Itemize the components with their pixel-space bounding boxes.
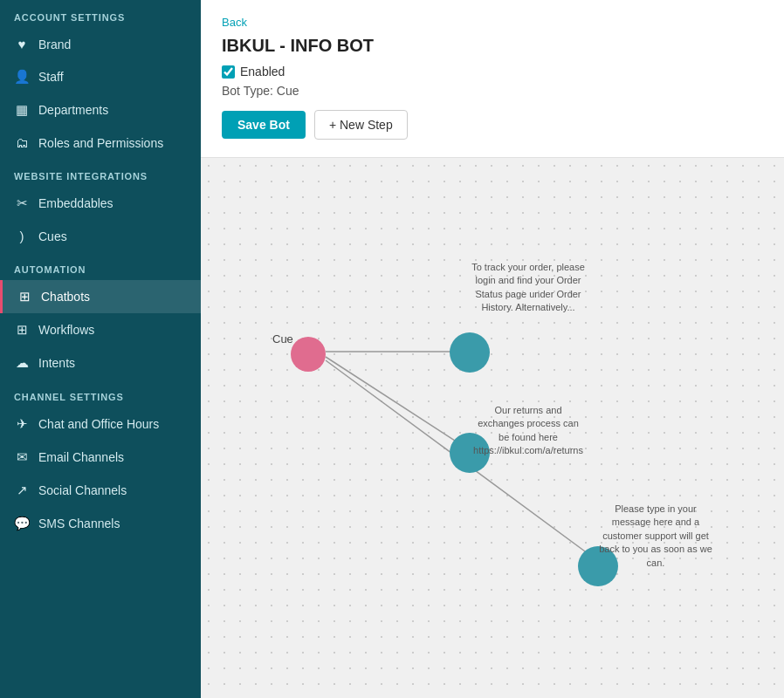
sidebar-section-header: WEBSITE INTEGRATIONS	[0, 159, 201, 187]
page-title: IBKUL - INFO BOT	[222, 36, 763, 56]
svg-line-2	[326, 357, 470, 450]
sidebar-item-social-channels[interactable]: ↗Social Channels	[0, 474, 201, 507]
sidebar-item-staff[interactable]: 👤Staff	[0, 60, 201, 93]
sidebar-item-label-roles-permissions: Roles and Permissions	[38, 136, 163, 150]
sidebar: ACCOUNT SETTINGS♥Brand👤Staff▦Departments…	[0, 0, 201, 698]
top-panel: Back IBKUL - INFO BOT Enabled Bot Type: …	[201, 0, 784, 158]
node-3-label: Please type in your message here and a c…	[599, 503, 712, 570]
bot-type: Bot Type: Cue	[222, 84, 763, 98]
sidebar-item-label-cues: Cues	[38, 229, 67, 243]
intents-icon: ☁	[14, 355, 30, 371]
flow-canvas: Cue To track your order, please login an…	[201, 158, 784, 698]
enabled-checkbox[interactable]	[222, 65, 235, 79]
sidebar-item-cues[interactable]: )Cues	[0, 220, 201, 252]
sidebar-item-label-chat-office-hours: Chat and Office Hours	[38, 417, 159, 431]
flow-node-1[interactable]	[450, 332, 490, 373]
staff-icon: 👤	[14, 69, 30, 85]
sidebar-item-label-embeddables: Embeddables	[38, 196, 113, 210]
email-channels-icon: ✉	[14, 449, 30, 465]
sidebar-item-embeddables[interactable]: ✂Embeddables	[0, 187, 201, 220]
sidebar-item-departments[interactable]: ▦Departments	[0, 93, 201, 127]
sidebar-item-label-departments: Departments	[38, 103, 108, 117]
node-2-label: Our returns and exchanges process can be…	[471, 404, 585, 458]
cue-start-node[interactable]	[291, 337, 326, 372]
sidebar-item-label-email-channels: Email Channels	[38, 450, 124, 464]
sidebar-item-chat-office-hours[interactable]: ✈Chat and Office Hours	[0, 407, 201, 441]
workflows-icon: ⊞	[14, 322, 30, 338]
main-content: Back IBKUL - INFO BOT Enabled Bot Type: …	[201, 0, 784, 698]
sidebar-section-header: AUTOMATION	[0, 252, 201, 280]
sidebar-item-label-staff: Staff	[38, 70, 64, 84]
cue-start-label: Cue	[272, 332, 293, 346]
roles-permissions-icon: 🗂	[14, 135, 30, 150]
chat-office-hours-icon: ✈	[14, 416, 30, 432]
sidebar-item-brand[interactable]: ♥Brand	[0, 28, 201, 60]
enabled-label: Enabled	[240, 65, 285, 79]
sidebar-item-label-workflows: Workflows	[38, 323, 94, 337]
departments-icon: ▦	[14, 102, 30, 118]
sidebar-item-workflows[interactable]: ⊞Workflows	[0, 313, 201, 346]
save-bot-button[interactable]: Save Bot	[222, 111, 306, 139]
sidebar-item-sms-channels[interactable]: 💬SMS Channels	[0, 507, 201, 540]
sidebar-item-label-chatbots: Chatbots	[41, 290, 90, 304]
sidebar-item-label-social-channels: Social Channels	[38, 483, 127, 497]
back-link[interactable]: Back	[222, 16, 247, 29]
cues-icon: )	[14, 229, 30, 243]
button-row: Save Bot + New Step	[222, 110, 763, 140]
new-step-button[interactable]: + New Step	[314, 110, 408, 140]
enabled-row: Enabled	[222, 65, 763, 79]
sidebar-item-label-sms-channels: SMS Channels	[38, 517, 120, 530]
brand-icon: ♥	[14, 37, 30, 51]
social-channels-icon: ↗	[14, 482, 30, 498]
sidebar-item-chatbots[interactable]: ⊞Chatbots	[0, 280, 201, 313]
node-1-label: To track your order, please login and fi…	[471, 261, 585, 315]
sidebar-item-label-brand: Brand	[38, 38, 71, 51]
sidebar-item-email-channels[interactable]: ✉Email Channels	[0, 441, 201, 474]
sidebar-item-roles-permissions[interactable]: 🗂Roles and Permissions	[0, 127, 201, 159]
sidebar-section-header: ACCOUNT SETTINGS	[0, 0, 201, 28]
sms-channels-icon: 💬	[14, 516, 30, 531]
embeddables-icon: ✂	[14, 195, 30, 211]
sidebar-section-header: CHANNEL SETTINGS	[0, 380, 201, 407]
chatbots-icon: ⊞	[17, 289, 32, 305]
sidebar-item-intents[interactable]: ☁Intents	[0, 346, 201, 380]
sidebar-item-label-intents: Intents	[38, 356, 75, 370]
